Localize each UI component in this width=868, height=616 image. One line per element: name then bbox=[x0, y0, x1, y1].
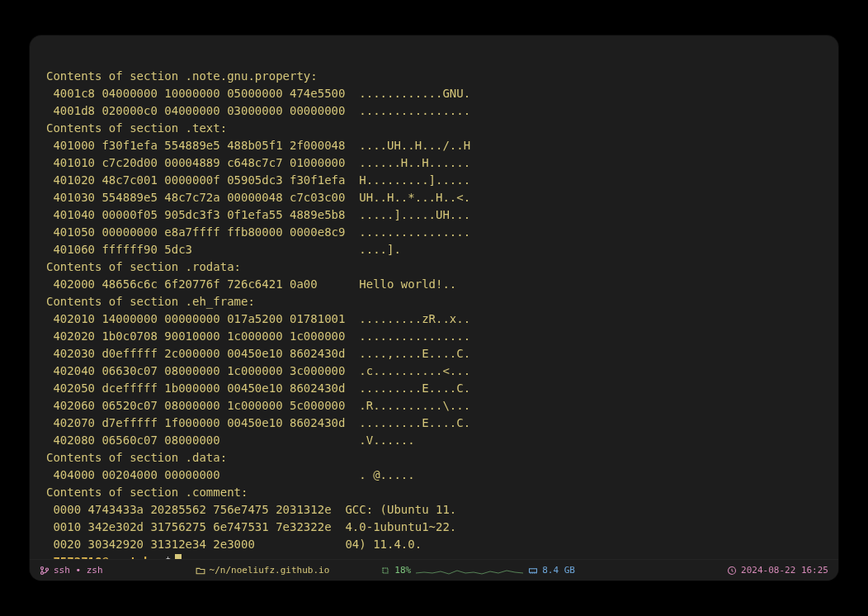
svg-rect-3 bbox=[383, 568, 388, 573]
hex-line: 402000 48656c6c 6f20776f 726c6421 0a00 H… bbox=[46, 277, 456, 291]
hex-line: 4001c8 04000000 10000000 05000000 474e55… bbox=[46, 87, 470, 100]
svg-point-1 bbox=[41, 571, 44, 574]
section-header: Contents of section .eh_frame: bbox=[46, 295, 255, 308]
hex-line: 401040 00000f05 905dc3f3 0f1efa55 4889e5… bbox=[46, 208, 470, 221]
hex-line: 402060 06520c07 08000000 1c000000 5c0000… bbox=[46, 399, 470, 412]
terminal-output[interactable]: Contents of section .note.gnu.property: … bbox=[30, 36, 838, 559]
hex-line: 0020 30342920 31312e34 2e3000 04) 11.4.0… bbox=[46, 538, 422, 551]
svg-rect-4 bbox=[530, 568, 537, 572]
hex-line: 402010 14000000 00000000 017a5200 017810… bbox=[46, 312, 470, 325]
chip-icon bbox=[380, 566, 390, 576]
terminal-window: Contents of section .note.gnu.property: … bbox=[30, 36, 838, 580]
status-ram: 8.4 GB bbox=[528, 565, 575, 576]
status-folder-label: ~/n/noeliufz.github.io bbox=[210, 565, 330, 576]
status-folder: ~/n/noeliufz.github.io bbox=[196, 565, 330, 576]
hex-line: 401050 00000000 e8a7ffff ffb80000 0000e8… bbox=[46, 225, 470, 239]
section-header: Contents of section .note.gnu.property: bbox=[46, 69, 318, 83]
hex-line: 401060 ffffff90 5dc3 ....]. bbox=[46, 243, 401, 256]
status-time: 2024-08-22 16:25 bbox=[727, 565, 828, 576]
status-cpu: 18% bbox=[380, 565, 411, 576]
status-bar: ssh • zsh ~/n/noeliufz.github.io 18% bbox=[30, 559, 838, 580]
hex-line: 402050 dcefffff 1b000000 00450e10 860243… bbox=[46, 381, 470, 395]
branch-icon bbox=[40, 566, 50, 576]
status-ssh: ssh • zsh bbox=[40, 565, 103, 576]
section-header: Contents of section .rodata: bbox=[46, 260, 241, 273]
status-ssh-label: ssh • zsh bbox=[54, 565, 103, 576]
hex-line: 401020 48c7c001 0000000f 05905dc3 f30f1e… bbox=[46, 173, 470, 187]
hex-line: 401000 f30f1efa 554889e5 488b05f1 2f0000… bbox=[46, 139, 470, 152]
hex-line: 402020 1b0c0708 90010000 1c000000 1c0000… bbox=[46, 329, 470, 343]
hex-line: 401010 c7c20d00 00004889 c648c7c7 010000… bbox=[46, 156, 470, 169]
status-ram-label: 8.4 GB bbox=[542, 565, 575, 576]
clock-icon bbox=[727, 566, 737, 576]
section-header: Contents of section .data: bbox=[46, 451, 227, 464]
hex-line: 4001d8 020000c0 04000000 03000000 000000… bbox=[46, 104, 470, 117]
svg-point-0 bbox=[41, 566, 44, 569]
status-cpu-label: 18% bbox=[394, 565, 411, 576]
hex-line: 401030 554889e5 48c7c72a 00000048 c7c03c… bbox=[46, 191, 470, 204]
hex-line: 0010 342e302d 31756275 6e747531 7e32322e… bbox=[46, 520, 456, 533]
section-header: Contents of section .comment: bbox=[46, 486, 248, 499]
status-time-label: 2024-08-22 16:25 bbox=[741, 565, 828, 576]
svg-point-2 bbox=[46, 568, 49, 571]
hex-line: 0000 4743433a 20285562 756e7475 2031312e… bbox=[46, 503, 456, 516]
hex-line: 402080 06560c07 08000000 .V...... bbox=[46, 434, 415, 447]
hex-line: 404000 00204000 00000000 . @..... bbox=[46, 468, 415, 481]
ram-icon bbox=[528, 566, 538, 576]
folder-icon bbox=[196, 566, 205, 576]
hex-line: 402030 d0efffff 2c000000 00450e10 860243… bbox=[46, 347, 470, 360]
hex-line: 402070 d7efffff 1f000000 00450e10 860243… bbox=[46, 416, 470, 429]
hex-line: 402040 06630c07 08000000 1c000000 3c0000… bbox=[46, 364, 470, 377]
cpu-sparkline bbox=[416, 565, 523, 576]
section-header: Contents of section .text: bbox=[46, 121, 227, 135]
